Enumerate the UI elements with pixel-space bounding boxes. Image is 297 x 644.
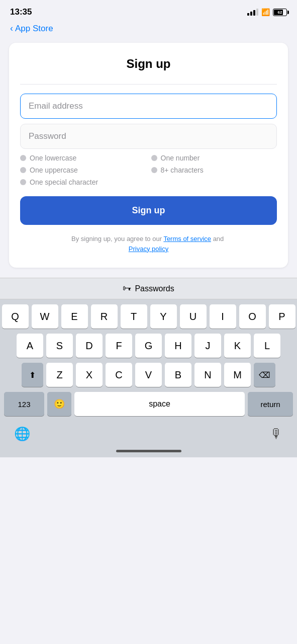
key-m[interactable]: M xyxy=(224,363,251,387)
globe-icon[interactable]: 🌐 xyxy=(14,426,30,442)
req-characters: 8+ characters xyxy=(151,166,277,174)
req-dot-characters xyxy=(151,167,157,173)
numbers-key[interactable]: 123 xyxy=(4,392,44,416)
card-title: Sign up xyxy=(20,57,277,71)
key-w[interactable]: W xyxy=(32,304,58,329)
home-bar xyxy=(116,450,181,452)
terms-of-service-link[interactable]: Terms of service xyxy=(163,235,211,243)
key-y[interactable]: Y xyxy=(150,304,177,329)
status-bar: 13:35 📶 62 xyxy=(0,0,297,21)
signal-icon xyxy=(247,9,258,16)
key-l[interactable]: L xyxy=(254,334,280,358)
req-uppercase: One uppercase xyxy=(20,166,146,174)
bottom-bar: 🌐 🎙 xyxy=(0,420,297,446)
key-a[interactable]: A xyxy=(17,334,43,358)
req-dot-lowercase xyxy=(20,155,26,161)
passwords-bar-text: Passwords xyxy=(135,284,174,293)
signup-card: Sign up One lowercase One number One upp… xyxy=(9,43,288,268)
req-label-special: One special character xyxy=(30,178,98,186)
key-p[interactable]: P xyxy=(269,304,295,329)
battery-icon: 62 xyxy=(273,9,287,16)
key-f[interactable]: F xyxy=(106,334,132,358)
key-j[interactable]: J xyxy=(194,334,221,358)
key-v[interactable]: V xyxy=(135,363,162,387)
shift-key[interactable]: ⬆ xyxy=(22,363,43,387)
terms-middle: and xyxy=(211,235,226,243)
space-key[interactable]: space xyxy=(74,392,245,416)
key-i[interactable]: I xyxy=(210,304,236,329)
req-label-characters: 8+ characters xyxy=(161,166,204,174)
key-s[interactable]: S xyxy=(46,334,73,358)
req-dot-special xyxy=(20,179,26,185)
divider xyxy=(20,84,277,85)
key-icon: 🗝 xyxy=(123,283,132,294)
key-x[interactable]: X xyxy=(76,363,103,387)
keyboard-area: 🗝 Passwords Q W E R T Y U I O P A S D F … xyxy=(0,278,297,457)
keyboard: Q W E R T Y U I O P A S D F G H J K L ⬆ … xyxy=(0,299,297,420)
req-label-lowercase: One lowercase xyxy=(30,154,76,162)
keyboard-row-3: ⬆ Z X C V B N M ⌫ xyxy=(2,363,295,387)
key-r[interactable]: R xyxy=(91,304,118,329)
home-indicator xyxy=(0,446,297,457)
req-lowercase: One lowercase xyxy=(20,154,146,162)
keyboard-row-2: A S D F G H J K L xyxy=(2,334,295,358)
key-t[interactable]: T xyxy=(121,304,147,329)
key-h[interactable]: H xyxy=(165,334,191,358)
req-dot-uppercase xyxy=(20,167,26,173)
wifi-icon: 📶 xyxy=(261,8,270,16)
req-special: One special character xyxy=(20,178,146,186)
key-u[interactable]: U xyxy=(180,304,207,329)
back-label[interactable]: App Store xyxy=(15,24,53,34)
nav-back[interactable]: ‹ App Store xyxy=(0,21,297,38)
key-n[interactable]: N xyxy=(194,363,221,387)
terms-prefix: By signing up, you agree to our xyxy=(71,235,163,243)
key-d[interactable]: D xyxy=(76,334,103,358)
keyboard-row-1: Q W E R T Y U I O P xyxy=(2,304,295,329)
status-icons: 📶 62 xyxy=(247,8,287,16)
back-chevron-icon: ‹ xyxy=(10,23,13,34)
battery-level: 62 xyxy=(278,10,282,15)
key-b[interactable]: B xyxy=(165,363,191,387)
password-input[interactable] xyxy=(20,124,277,149)
keyboard-row-4: 123 🙂 space return xyxy=(2,392,295,416)
key-q[interactable]: Q xyxy=(2,304,29,329)
microphone-icon[interactable]: 🎙 xyxy=(270,426,283,442)
key-e[interactable]: E xyxy=(61,304,88,329)
passwords-bar[interactable]: 🗝 Passwords xyxy=(0,278,297,299)
privacy-policy-link[interactable]: Privacy policy xyxy=(129,245,168,253)
terms-text: By signing up, you agree to our Terms of… xyxy=(20,234,277,254)
return-key[interactable]: return xyxy=(248,392,293,416)
emoji-key[interactable]: 🙂 xyxy=(47,392,71,416)
backspace-key[interactable]: ⌫ xyxy=(254,363,275,387)
key-o[interactable]: O xyxy=(239,304,266,329)
req-label-number: One number xyxy=(161,154,200,162)
password-requirements: One lowercase One number One uppercase 8… xyxy=(20,154,277,186)
req-number: One number xyxy=(151,154,277,162)
email-input[interactable] xyxy=(20,94,277,119)
req-label-uppercase: One uppercase xyxy=(30,166,78,174)
key-k[interactable]: K xyxy=(224,334,251,358)
key-g[interactable]: G xyxy=(135,334,162,358)
key-c[interactable]: C xyxy=(106,363,132,387)
signup-button[interactable]: Sign up xyxy=(20,196,277,225)
key-z[interactable]: Z xyxy=(46,363,73,387)
req-dot-number xyxy=(151,155,157,161)
status-time: 13:35 xyxy=(10,7,32,17)
